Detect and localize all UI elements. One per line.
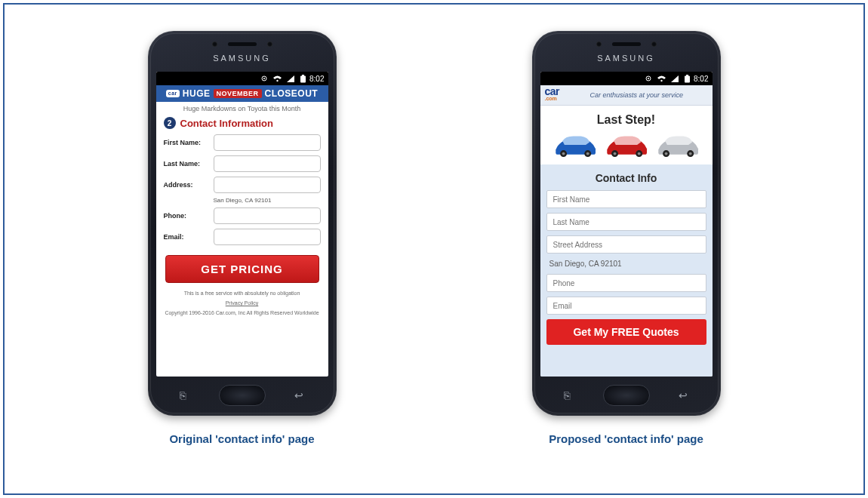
privacy-link[interactable]: Privacy Policy	[156, 297, 328, 307]
get-pricing-button[interactable]: GET PRICING	[165, 255, 319, 283]
email-label: Email:	[164, 233, 209, 241]
status-bar: 8:02	[540, 72, 713, 85]
phone-input[interactable]	[546, 274, 706, 292]
banner-huge: HUGE	[183, 88, 211, 99]
phone-device-original: SAMSUNG ⎘ ↩	[148, 31, 337, 416]
copyright-text: Copyright 1996-2016 Car.com, Inc All Rig…	[156, 307, 328, 317]
status-bar: 8:02	[156, 72, 328, 85]
caption-proposed: Proposed 'contact info' page	[549, 432, 703, 445]
phone-brand: SAMSUNG	[148, 54, 337, 63]
street-address-input[interactable]	[546, 235, 706, 254]
home-button[interactable]	[603, 385, 650, 406]
car-image-row	[540, 131, 713, 164]
promo-subhead: Huge Markdowns on Toyota this Month	[156, 102, 328, 117]
address-row: Address:	[156, 174, 328, 195]
recent-apps-button[interactable]: ⎘	[564, 392, 574, 399]
phone-sensor-right	[651, 42, 657, 47]
battery-icon	[684, 75, 691, 83]
phone-sensor-left	[596, 42, 602, 47]
address-label: Address:	[164, 181, 209, 189]
proposed-phone-block: SAMSUNG ⎘ ↩	[532, 31, 721, 445]
brand-tagline: Car enthusiasts at your service	[565, 91, 707, 99]
address-city-state: San Diego, CA 92101	[156, 195, 328, 205]
battery-icon	[300, 75, 306, 83]
svg-point-7	[660, 79, 662, 81]
phone-device-proposed: SAMSUNG ⎘ ↩	[532, 31, 721, 416]
target-icon	[645, 75, 652, 82]
wifi-icon	[273, 75, 282, 82]
get-quotes-button[interactable]: Get My FREE Quotes	[546, 319, 706, 345]
phone-row: Phone:	[156, 205, 328, 226]
svg-rect-9	[686, 75, 688, 76]
caption-original: Original 'contact info' page	[169, 432, 314, 445]
screen-original: 8:02 car HUGE NOVEMBER CLOSEOUT Huge Mar…	[156, 72, 328, 377]
target-icon	[260, 75, 268, 82]
comparison-frame: SAMSUNG ⎘ ↩	[3, 3, 865, 495]
phones-row: SAMSUNG ⎘ ↩	[5, 5, 863, 460]
svg-point-6	[648, 78, 649, 79]
svg-point-15	[613, 152, 616, 155]
car-illustration-red	[602, 131, 651, 158]
car-logo-text: car	[168, 91, 177, 97]
first-name-input[interactable]	[214, 134, 321, 151]
first-name-row: First Name:	[156, 132, 328, 153]
car-logo: car .com	[545, 88, 560, 102]
phone-speaker	[612, 42, 641, 46]
email-input[interactable]	[214, 229, 321, 245]
disclaimer-text: This is a free service with absolutely n…	[156, 287, 328, 297]
svg-point-17	[637, 152, 640, 155]
email-row: Email:	[156, 226, 328, 247]
svg-point-1	[263, 78, 265, 79]
banner-month: NOVEMBER	[214, 89, 262, 98]
phone-input[interactable]	[214, 208, 321, 224]
svg-point-19	[664, 152, 667, 155]
svg-rect-4	[302, 75, 304, 76]
phone-sensor-right	[267, 42, 272, 47]
banner-closeout: CLOSEOUT	[265, 88, 319, 99]
brand-header: car .com Car enthusiasts at your service	[540, 85, 713, 106]
signal-icon	[287, 75, 294, 82]
address-input[interactable]	[214, 177, 321, 193]
wifi-icon	[657, 75, 666, 82]
section-heading: 2 Contact Information	[156, 117, 328, 132]
back-button[interactable]: ↩	[679, 392, 689, 399]
svg-point-13	[586, 152, 589, 155]
contact-card: Contact Info San Diego, CA 92101 Get My …	[540, 164, 713, 377]
last-name-row: Last Name:	[156, 153, 328, 174]
svg-point-11	[562, 152, 565, 155]
home-button[interactable]	[219, 385, 266, 406]
city-state-text: San Diego, CA 92101	[546, 258, 706, 274]
first-name-label: First Name:	[164, 139, 209, 146]
last-name-input[interactable]	[546, 213, 706, 231]
original-phone-block: SAMSUNG ⎘ ↩	[148, 31, 337, 445]
phone-sensor-left	[212, 42, 217, 47]
svg-point-2	[276, 79, 278, 81]
first-name-input[interactable]	[546, 190, 706, 208]
last-name-input[interactable]	[214, 155, 321, 172]
svg-rect-3	[300, 75, 306, 82]
promo-banner: car HUGE NOVEMBER CLOSEOUT	[156, 85, 328, 102]
card-title: Contact Info	[546, 169, 706, 190]
phone-speaker	[228, 42, 257, 46]
signal-icon	[671, 75, 679, 82]
recent-apps-button[interactable]: ⎘	[180, 392, 190, 399]
svg-point-21	[688, 152, 691, 155]
last-name-label: Last Name:	[164, 160, 209, 168]
email-input[interactable]	[546, 297, 706, 315]
car-logo-top: car	[545, 88, 560, 95]
step-number: 2	[164, 117, 176, 129]
svg-rect-8	[685, 75, 690, 82]
car-illustration-silver	[653, 131, 703, 158]
phone-label: Phone:	[164, 212, 209, 220]
car-illustration-blue	[550, 131, 600, 158]
status-time: 8:02	[694, 75, 708, 83]
car-logo-chip: car	[166, 90, 180, 97]
status-time: 8:02	[309, 75, 324, 83]
back-button[interactable]: ↩	[294, 392, 305, 399]
page-title: Last Step!	[540, 106, 713, 131]
heading-title: Contact Information	[180, 118, 274, 129]
screen-proposed: 8:02 car .com Car enthusiasts at your se…	[540, 72, 713, 377]
phone-brand: SAMSUNG	[532, 54, 721, 63]
car-logo-dotcom: .com	[545, 95, 560, 102]
